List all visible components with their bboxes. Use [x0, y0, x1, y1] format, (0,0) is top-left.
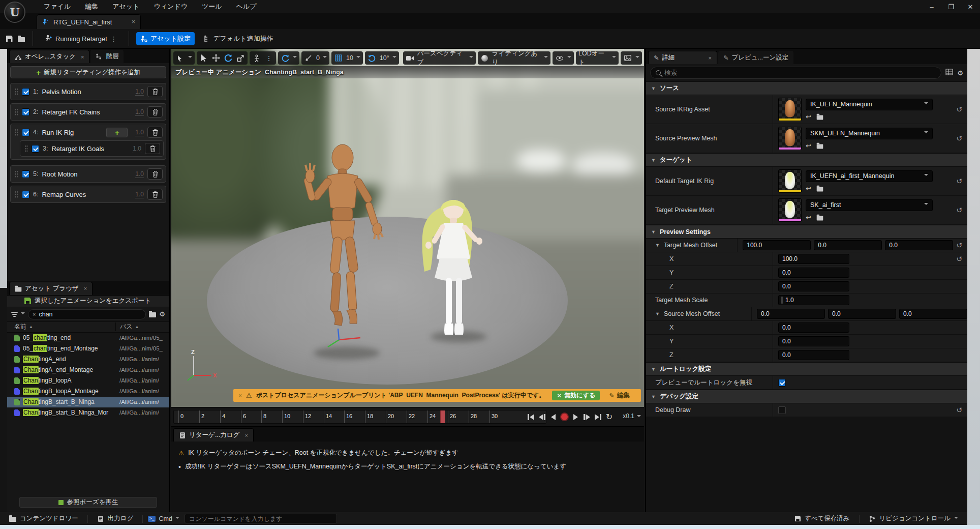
delete-op-button[interactable] — [147, 86, 163, 97]
loop-button[interactable]: ↻ — [604, 411, 615, 423]
play-reference-pose-button[interactable]: 参照ポーズを再生 — [19, 497, 157, 508]
use-selected-icon[interactable]: ↩ — [806, 142, 811, 150]
tab-retarget-log[interactable]: リターゲ...力ログ× — [173, 428, 254, 442]
op-enabled-checkbox[interactable] — [22, 88, 29, 96]
x-input[interactable]: 100.0 — [778, 254, 849, 264]
running-retarget-button[interactable]: Running Retarget ⋮ — [40, 32, 121, 45]
reset-to-default-icon[interactable]: ↺ — [956, 241, 962, 249]
section-source[interactable]: ▼ソース — [646, 81, 967, 95]
x-input[interactable]: 0.0 — [778, 322, 849, 333]
transform-gizmo[interactable] — [324, 328, 364, 351]
maximize-button[interactable]: ❐ — [941, 0, 961, 13]
details-search-box[interactable] — [650, 67, 941, 79]
asset-row[interactable]: ChantingA_end_Montage /All/Ga...i/anim/ — [7, 365, 169, 375]
revision-control-dropdown[interactable]: リビジョンコントロール — [865, 512, 962, 525]
skeleton-icon[interactable] — [252, 53, 261, 63]
op-item-run-ik-rig[interactable]: 4: Run IK Rig + 1.0 3: Retarget IK Goals… — [10, 124, 166, 160]
value-spinner[interactable] — [781, 297, 783, 304]
save-icon[interactable] — [5, 35, 13, 43]
asset-row[interactable]: 05_chanting_end /All/Ga...nim/05_ — [7, 333, 169, 343]
record-button[interactable] — [559, 411, 570, 423]
filter-chevron-icon[interactable] — [21, 312, 25, 316]
use-selected-icon[interactable]: ↩ — [806, 214, 811, 221]
output-log-button[interactable]: 出力ログ — [93, 512, 138, 525]
reset-to-default-icon[interactable]: ↺ — [956, 206, 962, 214]
go-to-start-button[interactable] — [526, 411, 536, 423]
delete-op-button[interactable] — [147, 168, 163, 180]
console-command-box[interactable] — [185, 514, 337, 523]
section-root-lock[interactable]: ▼ルートロック設定 — [646, 362, 967, 376]
browse-asset-icon[interactable] — [17, 35, 25, 43]
more-options-icon[interactable]: ⋮ — [264, 53, 273, 63]
vector-y-input[interactable]: 0.0 — [814, 240, 882, 250]
debug-draw-checkbox[interactable] — [778, 406, 786, 414]
asset-settings-button[interactable]: アセット設定 — [136, 32, 195, 45]
menu-window[interactable]: ウィンドウ — [146, 0, 195, 13]
tab-close-icon[interactable]: × — [244, 432, 248, 438]
tab-close-icon[interactable]: × — [132, 18, 135, 25]
drag-handle-icon[interactable] — [15, 129, 18, 136]
rotation-space-toggle[interactable] — [278, 51, 299, 65]
rotation-snap-toggle[interactable]: 10° — [365, 51, 399, 65]
op-enabled-checkbox[interactable] — [22, 191, 29, 198]
asset-select-dropdown[interactable]: SKM_UEFN_Mannequin — [806, 128, 933, 139]
rotate-tool-icon[interactable] — [224, 53, 233, 63]
asset-thumbnail[interactable] — [778, 127, 802, 150]
asset-select-dropdown[interactable]: IK_UEFN_ai_first_Mannequin — [806, 170, 933, 182]
more-options-icon[interactable]: ⋮ — [110, 35, 117, 43]
op-item-remap-curves[interactable]: 6: Remap Curves 1.0 — [10, 186, 166, 203]
scale-input[interactable]: 1.0 — [778, 295, 849, 305]
details-search-input[interactable] — [664, 69, 936, 76]
asset-row[interactable]: ChantingB_loopA /All/Ga...i/anim/ — [7, 375, 169, 386]
column-name[interactable]: 名前▲ — [7, 322, 115, 331]
delete-op-button[interactable] — [147, 106, 163, 117]
move-tool-icon[interactable] — [211, 53, 221, 63]
tab-rtg-uefn-ai-first[interactable]: RTG_UEFN_ai_first × — [37, 14, 141, 29]
vector-z-input[interactable]: 0.0 — [885, 240, 953, 250]
menu-file[interactable]: ファイル — [37, 0, 78, 13]
asset-thumbnail[interactable] — [778, 98, 802, 121]
content-drawer-button[interactable]: コンテンツドロワー — [5, 512, 82, 525]
asset-select-dropdown[interactable]: IK_UEFN_Mannequin — [806, 99, 933, 110]
op-item-retarget-ik-goals[interactable]: 3: Retarget IK Goals 1.0 — [20, 140, 164, 157]
browse-to-asset-icon[interactable] — [817, 216, 823, 220]
viewport-options-menu[interactable] — [173, 51, 195, 65]
viewport-menu-icon[interactable] — [176, 53, 185, 63]
disable-button[interactable]: ✕無効にする — [552, 391, 600, 400]
camera-mode-dropdown[interactable]: パースペクティブ — [403, 51, 476, 65]
op-enabled-checkbox[interactable] — [22, 108, 29, 116]
console-command-input[interactable] — [189, 515, 332, 522]
show-flags-dropdown[interactable] — [553, 51, 574, 65]
asset-thumbnail[interactable] — [778, 198, 802, 222]
screenshot-dropdown[interactable] — [621, 51, 642, 65]
drag-handle-icon[interactable] — [15, 108, 18, 116]
section-preview-settings[interactable]: ▼Preview Settings — [646, 225, 967, 239]
clear-search-icon[interactable]: × — [33, 311, 36, 317]
op-weight[interactable]: 1.0 — [135, 88, 144, 96]
vector-y-input[interactable]: 0.0 — [828, 309, 896, 319]
menu-asset[interactable]: アセット — [105, 0, 146, 13]
op-item-retarget-fk-chains[interactable]: 2: Retarget FK Chains 1.0 — [10, 103, 166, 121]
reset-to-default-icon[interactable]: ↺ — [956, 177, 962, 185]
op-weight[interactable]: 1.0 — [135, 191, 144, 198]
y-input[interactable]: 0.0 — [778, 268, 849, 278]
menu-tools[interactable]: ツール — [195, 0, 229, 13]
save-status-button[interactable]: すべて保存済み — [790, 512, 854, 525]
cmd-dropdown[interactable]: >_ Cmd — [148, 515, 179, 522]
column-path[interactable]: パス▲ — [115, 322, 169, 331]
op-weight[interactable]: 1.0 — [135, 129, 144, 136]
ignore-root-lock-checkbox[interactable] — [778, 379, 786, 387]
reset-to-default-icon[interactable]: ↺ — [956, 134, 962, 142]
banner-close-icon[interactable]: × — [238, 392, 242, 399]
location-snap-toggle[interactable]: 0 — [301, 51, 329, 65]
reset-to-default-icon[interactable]: ↺ — [956, 255, 962, 263]
y-input[interactable]: 0.0 — [778, 336, 849, 346]
drag-handle-icon[interactable] — [15, 191, 18, 198]
play-button[interactable] — [570, 411, 581, 423]
z-input[interactable]: 0.0 — [778, 281, 849, 291]
asset-search-input[interactable] — [39, 311, 141, 318]
step-back-button[interactable] — [537, 411, 547, 423]
play-reverse-button[interactable] — [548, 411, 559, 423]
section-debug[interactable]: ▼デバッグ設定 — [646, 390, 967, 403]
delete-op-button[interactable] — [145, 143, 160, 154]
